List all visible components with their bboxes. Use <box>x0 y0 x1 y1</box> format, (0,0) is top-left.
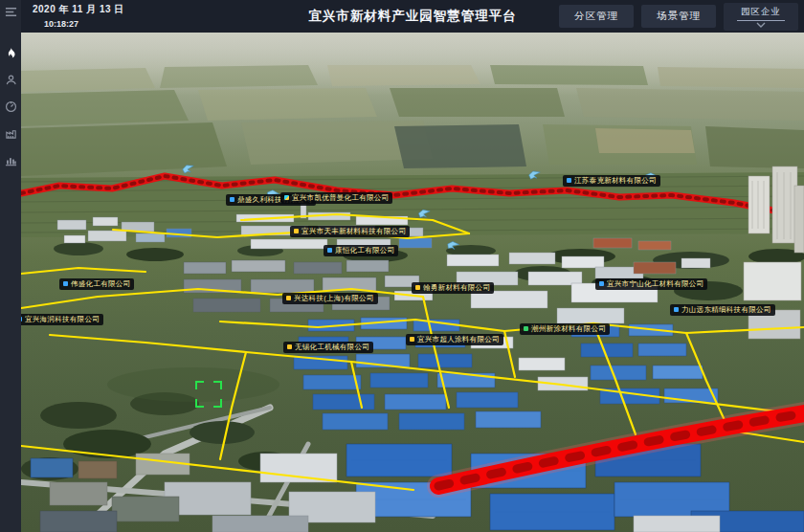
company-marker-icon <box>674 307 679 312</box>
company-marker-icon <box>286 296 291 300</box>
company-label-text: 无锡化工机械有限公司 <box>295 344 369 351</box>
park-enterprise-dropdown[interactable]: 园区企业 <box>724 3 798 31</box>
header-actions: 分区管理 场景管理 园区企业 <box>559 0 798 33</box>
company-label-text: 伟盛化工有限公司 <box>71 280 130 288</box>
person-icon[interactable] <box>4 73 18 87</box>
company-label[interactable]: 江苏泰克新材料有限公司 <box>563 175 660 187</box>
company-label[interactable]: 兴达科技(上海)有限公司 <box>282 293 378 304</box>
company-marker-icon <box>63 281 68 286</box>
company-label[interactable]: 宜兴市宁山化工材料有限公司 <box>595 278 707 290</box>
company-label[interactable]: 宜兴海润科技有限公司 <box>21 314 103 325</box>
company-label-text: 江苏泰克新材料有限公司 <box>574 177 657 185</box>
zone-management-button[interactable]: 分区管理 <box>559 5 634 28</box>
company-label[interactable]: 伟盛化工有限公司 <box>59 278 134 290</box>
company-marker-icon <box>567 178 571 183</box>
company-marker-icon <box>287 344 292 349</box>
company-label-text: 康恒化工有限公司 <box>335 247 394 255</box>
scene-management-button[interactable]: 场景管理 <box>641 5 716 28</box>
company-marker-icon <box>524 326 528 331</box>
company-label-text: 宜兴海润科技有限公司 <box>25 316 100 323</box>
company-marker-icon <box>599 281 604 286</box>
company-label-text: 力山远东精细科技有限公司 <box>681 306 771 314</box>
company-label[interactable]: 宜兴市超人涂料有限公司 <box>406 334 503 345</box>
company-label[interactable]: 宜兴市凯优普曼化工有限公司 <box>280 192 392 204</box>
company-label-text: 宜兴市天丰新材料科技有限公司 <box>302 228 406 235</box>
map-viewport[interactable]: 鼎盛久利科技有限公司 宜兴市凯优普曼化工有限公司 宜兴市天丰新材料科技有限公司 … <box>21 33 804 532</box>
company-marker-icon <box>284 195 289 200</box>
company-marker-icon <box>327 248 332 253</box>
company-label-text: 潮州新涂材料有限公司 <box>531 325 606 333</box>
company-label-text: 宜兴市凯优普曼化工有限公司 <box>292 194 389 202</box>
sidebar <box>0 0 21 532</box>
dropdown-label: 园区企业 <box>737 6 785 21</box>
company-marker-icon <box>415 285 420 290</box>
factory-icon[interactable] <box>4 126 18 141</box>
company-label[interactable]: 无锡化工机械有限公司 <box>283 342 373 353</box>
company-label[interactable]: 翰勇新材料有限公司 <box>412 282 494 294</box>
gauge-icon[interactable] <box>4 100 18 114</box>
company-marker-icon <box>230 197 234 202</box>
menu-icon[interactable] <box>4 5 18 19</box>
company-label[interactable]: 康恒化工有限公司 <box>324 245 398 256</box>
company-label-text: 宜兴市超人涂料有限公司 <box>417 336 500 344</box>
company-label[interactable]: 宜兴市天丰新材料科技有限公司 <box>290 226 410 237</box>
app-root: 2020 年 11 月 13 日 10:18:27 宜兴市新材料产业园智慧管理平… <box>0 0 804 532</box>
company-label-text: 宜兴市宁山化工材料有限公司 <box>607 280 704 288</box>
company-marker-icon <box>294 229 299 233</box>
header: 2020 年 11 月 13 日 10:18:27 宜兴市新材料产业园智慧管理平… <box>21 0 804 33</box>
company-label[interactable]: 力山远东精细科技有限公司 <box>670 304 775 316</box>
company-label-text: 兴达科技(上海)有限公司 <box>294 295 374 302</box>
company-label-text: 翰勇新材料有限公司 <box>423 284 490 292</box>
chevron-down-icon <box>756 21 766 30</box>
company-label[interactable]: 潮州新涂材料有限公司 <box>520 323 610 335</box>
fire-icon[interactable] <box>4 46 18 60</box>
company-marker-icon <box>21 317 22 321</box>
company-marker-icon <box>410 337 414 342</box>
bar-chart-icon[interactable] <box>4 153 18 167</box>
